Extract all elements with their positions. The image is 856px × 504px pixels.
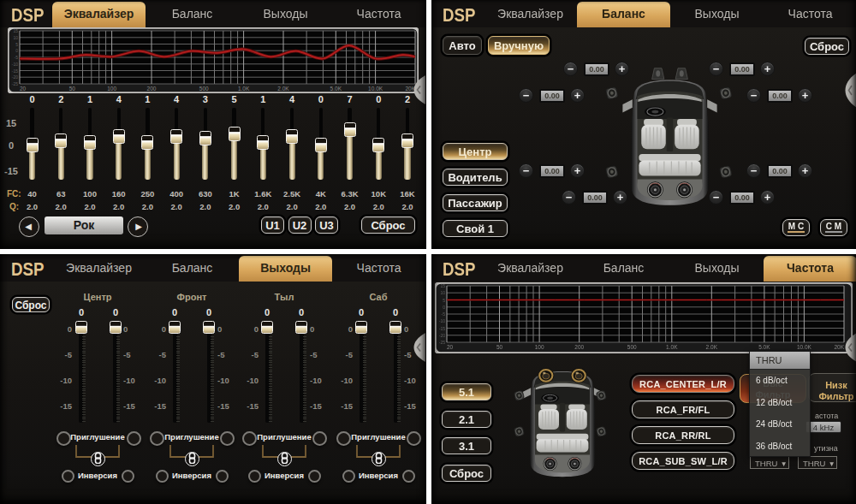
- svg-text:20: 20: [20, 86, 27, 92]
- svg-text:5.0K: 5.0K: [330, 86, 342, 92]
- svg-text:500: 500: [627, 344, 637, 350]
- svg-text:50: 50: [496, 344, 503, 350]
- svg-text:-25: -25: [439, 340, 445, 345]
- svg-text:1.0K: 1.0K: [666, 344, 678, 350]
- svg-text:5: 5: [443, 298, 445, 303]
- svg-text:200: 200: [574, 344, 584, 350]
- svg-text:1.0K: 1.0K: [238, 86, 250, 92]
- svg-text:20K: 20K: [834, 344, 844, 350]
- svg-text:10: 10: [13, 35, 18, 40]
- svg-text:2.0K: 2.0K: [706, 344, 718, 350]
- svg-text:-15: -15: [12, 68, 18, 74]
- svg-text:-5: -5: [442, 311, 446, 317]
- svg-text:100: 100: [107, 86, 116, 92]
- svg-text:5.0K: 5.0K: [758, 344, 770, 350]
- svg-text:50: 50: [69, 86, 76, 92]
- svg-text:100: 100: [535, 344, 544, 350]
- svg-text:2.0K: 2.0K: [277, 86, 289, 92]
- svg-text:-10: -10: [439, 318, 445, 323]
- svg-text:-20: -20: [12, 74, 18, 80]
- svg-text:-5: -5: [15, 55, 19, 60]
- svg-text:-15: -15: [439, 326, 445, 331]
- svg-text:500: 500: [199, 86, 209, 92]
- svg-text:200: 200: [147, 86, 157, 92]
- svg-text:10: 10: [440, 290, 445, 295]
- svg-text:-20: -20: [439, 333, 445, 338]
- svg-text:-10: -10: [12, 62, 18, 67]
- svg-text:0: 0: [443, 305, 445, 310]
- svg-text:10.0K: 10.0K: [797, 344, 812, 350]
- svg-text:15: 15: [13, 28, 18, 33]
- svg-text:-25: -25: [12, 81, 18, 86]
- svg-text:5: 5: [15, 42, 18, 47]
- svg-text:20: 20: [447, 344, 454, 350]
- svg-text:0: 0: [15, 48, 18, 53]
- svg-text:10.0K: 10.0K: [368, 86, 383, 92]
- svg-text:15: 15: [440, 283, 445, 288]
